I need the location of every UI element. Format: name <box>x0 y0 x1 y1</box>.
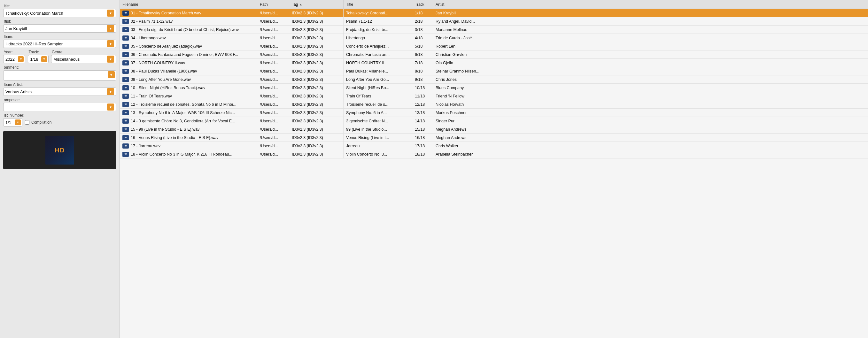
table-row[interactable]: W03 - Frojda dig, du Kristi brud (O brid… <box>120 26 868 34</box>
path-text: /Users/d... <box>260 61 278 65</box>
title-text: Long After You Are Go... <box>346 77 389 82</box>
file-icon: W <box>122 110 129 115</box>
cell-filename: W17 - Jarreau.wav <box>120 142 257 150</box>
comment-dropdown-arrow[interactable]: ▼ <box>108 71 115 78</box>
title-text: Concierto de Aranjuez... <box>346 44 389 49</box>
table-row[interactable]: W04 - Libertango.wav/Users/d...ID3v2.3 (… <box>120 34 868 42</box>
col-header-path[interactable]: Path <box>257 0 289 9</box>
cell-title: Concierto de Aranjuez... <box>344 42 412 50</box>
cell-title: Libertango <box>344 34 412 42</box>
title-text: NORTH COUNTRY II <box>346 61 384 65</box>
cell-title: 99 (Live in the Studio... <box>344 125 412 133</box>
year-dropdown-arrow[interactable]: ▼ <box>18 56 24 62</box>
cell-path: /Users/d... <box>257 92 289 100</box>
cell-tag: ID3v2.3 (ID3v2.3) <box>289 42 344 50</box>
file-icon: W <box>122 127 129 132</box>
table-body: W01 - Tchaikovsky Coronation March.wav/U… <box>120 9 868 338</box>
file-icon: W <box>122 77 129 82</box>
cell-artist: Nicolas Horvath <box>433 100 868 108</box>
cell-tag: ID3v2.3 (ID3v2.3) <box>289 109 344 117</box>
path-text: /Users/d... <box>260 44 278 49</box>
year-track-genre-row: Year: 2022 ▼ Track: 1/18 ▼ Genre: ▼ <box>3 50 116 63</box>
year-select[interactable]: 2022 <box>5 57 17 62</box>
composer-input[interactable] <box>5 105 107 110</box>
cell-filename: W15 - 99 (Live in the Studio - E S E).wa… <box>120 125 257 133</box>
disc-dropdown-arrow[interactable]: ▼ <box>15 120 21 125</box>
cell-track: 11/18 <box>412 92 433 100</box>
cell-artist: Christian Grøvlen <box>433 51 868 58</box>
year-label: Year: <box>3 50 25 54</box>
cell-filename: W09 - Long After You Are Gone.wav <box>120 75 257 83</box>
table-row[interactable]: W18 - Violin Concerto No 3 in G Major, K… <box>120 150 868 158</box>
tag-sort-arrow: ▲ <box>299 3 302 6</box>
table-row[interactable]: W16 - Venus Rising (Live in the Studio -… <box>120 133 868 142</box>
tag-text: ID3v2.3 (ID3v2.3) <box>292 52 323 57</box>
album-dropdown-arrow[interactable]: ▼ <box>107 40 114 47</box>
artist-text: Chris Walker <box>436 144 458 148</box>
album-artist-input[interactable] <box>5 89 107 94</box>
table-row[interactable]: W15 - 99 (Live in the Studio - E S E).wa… <box>120 125 868 133</box>
cell-tag: ID3v2.3 (ID3v2.3) <box>289 75 344 83</box>
comment-label: omment: <box>3 65 116 70</box>
cell-track: 13/18 <box>412 109 433 117</box>
genre-dropdown-arrow[interactable]: ▼ <box>107 56 114 63</box>
col-header-artist[interactable]: Artist <box>433 0 868 9</box>
table-row[interactable]: W11 - Train Of Tears.wav/Users/d...ID3v2… <box>120 92 868 100</box>
cell-filename: W06 - Chromatic Fantasia and Fugue in D … <box>120 51 257 58</box>
hd-logo: HD <box>55 147 65 154</box>
filename-text: 15 - 99 (Live in the Studio - E S E).wav <box>131 127 199 132</box>
compilation-checkbox[interactable] <box>25 120 29 125</box>
col-header-filename[interactable]: Filename <box>120 0 257 9</box>
cell-tag: ID3v2.3 (ID3v2.3) <box>289 150 344 158</box>
comment-input[interactable] <box>5 72 114 77</box>
composer-dropdown-arrow[interactable]: ▼ <box>107 103 114 111</box>
table-row[interactable]: W09 - Long After You Are Gone.wav/Users/… <box>120 75 868 84</box>
album-artist-dropdown-arrow[interactable]: ▼ <box>107 88 114 95</box>
cell-title: Symphony No. 6 in A... <box>344 109 412 117</box>
table-row[interactable]: W12 - Troisième recueil de sonates, Sona… <box>120 100 868 109</box>
cell-artist: Singer Pur <box>433 117 868 125</box>
title-text: Silent Night (HiRes Bo... <box>346 86 389 90</box>
compilation-label: Compilation <box>31 120 52 125</box>
artist-dropdown-arrow[interactable]: ▼ <box>107 25 114 32</box>
table-row[interactable]: W17 - Jarreau.wav/Users/d...ID3v2.3 (ID3… <box>120 142 868 150</box>
track-select[interactable]: 1/18 <box>30 57 40 62</box>
title-dropdown-arrow[interactable]: ▼ <box>107 9 114 17</box>
disc-select[interactable]: 1/1 <box>5 120 15 125</box>
filename-text: 14 - 3 gemischte Chöre No 3, Gondoliera … <box>131 119 235 123</box>
path-text: /Users/d... <box>260 11 278 16</box>
col-header-track[interactable]: Track <box>412 0 433 9</box>
cell-path: /Users/d... <box>257 17 289 25</box>
track-dropdown-arrow[interactable]: ▼ <box>41 56 47 62</box>
table-row[interactable]: W13 - Symphony No 6 in A Major, WAB 106 … <box>120 109 868 117</box>
table-row[interactable]: W02 - Psalm 71 1-12.wav/Users/d...ID3v2.… <box>120 17 868 26</box>
table-row[interactable]: W07 - NORTH COUNTRY II.wav/Users/d...ID3… <box>120 59 868 67</box>
title-text: Jarreau <box>346 144 360 148</box>
tag-text: ID3v2.3 (ID3v2.3) <box>292 69 323 73</box>
cell-tag: ID3v2.3 (ID3v2.3) <box>289 59 344 67</box>
cell-filename: W02 - Psalm 71 1-12.wav <box>120 17 257 25</box>
album-input[interactable] <box>5 41 107 46</box>
file-icon: W <box>122 119 129 124</box>
title-input[interactable] <box>5 11 107 16</box>
table-row[interactable]: W05 - Concierto de Aranjuez (adagio).wav… <box>120 42 868 51</box>
table-row[interactable]: W10 - Silent Night (HiRes Bonus Track).w… <box>120 84 868 92</box>
col-header-tag[interactable]: Tag ▲ <box>289 0 344 9</box>
artist-input[interactable] <box>5 26 107 31</box>
cell-title: Train Of Tears <box>344 92 412 100</box>
year-field: Year: 2022 ▼ <box>3 50 25 63</box>
table-row[interactable]: W14 - 3 gemischte Chöre No 3, Gondoliera… <box>120 117 868 125</box>
cell-track: 3/18 <box>412 26 433 34</box>
genre-input[interactable] <box>53 57 107 62</box>
cell-track: 16/18 <box>412 133 433 142</box>
cell-title: NORTH COUNTRY II <box>344 59 412 67</box>
col-header-title[interactable]: Title <box>344 0 412 9</box>
cell-track: 9/18 <box>412 75 433 83</box>
title-field-row: itle: ▼ <box>3 4 116 17</box>
disc-label: isc Number: <box>3 113 116 118</box>
table-row[interactable]: W01 - Tchaikovsky Coronation March.wav/U… <box>120 9 868 17</box>
table-row[interactable]: W06 - Chromatic Fantasia and Fugue in D … <box>120 51 868 59</box>
table-row[interactable]: W08 - Paul Dukas Villanelle (1906).wav/U… <box>120 67 868 75</box>
cell-tag: ID3v2.3 (ID3v2.3) <box>289 9 344 17</box>
cell-title: Chromatic Fantasia an... <box>344 51 412 58</box>
